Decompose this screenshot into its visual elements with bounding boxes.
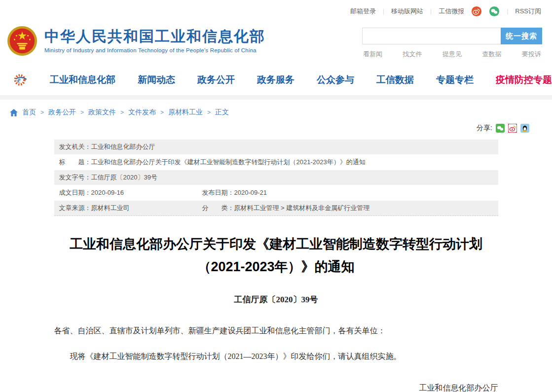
meta-value: 工信厅原〔2020〕39号 <box>91 173 157 182</box>
breadcrumb-home[interactable]: 首页 <box>22 108 36 117</box>
breadcrumb-separator: > <box>40 109 44 116</box>
site-header: 中华人民共和国工业和信息化部 Ministry of Industry and … <box>0 23 552 65</box>
meta-value: 2020-09-16 <box>91 188 124 198</box>
breadcrumb-policy-files[interactable]: 政策文件 <box>88 108 116 117</box>
national-emblem-icon <box>7 26 37 56</box>
rss-link[interactable]: RSS订阅 <box>515 7 541 16</box>
article-title: 工业和信息化部办公厅关于印发《建材工业智能制造数字转型行动计划（2021-202… <box>54 233 498 278</box>
divider: | <box>430 8 432 15</box>
meta-label: 文章来源： <box>59 203 91 213</box>
meta-label: 成文日期： <box>59 188 91 198</box>
breadcrumb: 首页 > 政务公开 > 政策文件 > 文件发布 > 原材料工业 > 正文 <box>0 100 552 121</box>
meta-row-title: 标 题： 工业和信息化部办公厅关于印发《建材工业智能制造数字转型行动计划（202… <box>54 155 498 170</box>
wechat-icon[interactable] <box>489 6 500 17</box>
quick-link-files[interactable]: 找文件 <box>403 50 422 59</box>
meta-value: 工业和信息化部办公厅 <box>91 142 155 152</box>
share-weibo-icon[interactable] <box>508 124 517 133</box>
mobile-site-link[interactable]: 移动版网站 <box>391 7 423 16</box>
search-input[interactable] <box>362 28 501 44</box>
search-area: 统一搜索 看新闻 找文件 提意见 查数据 要投诉 <box>362 23 542 59</box>
breadcrumb-separator: > <box>80 109 84 116</box>
meta-value: 工业和信息化部办公厅关于印发《建材工业智能制造数字转型行动计划（2021-202… <box>91 157 366 167</box>
nav-item-miit[interactable]: 工业和信息化部 <box>50 73 115 86</box>
meta-row-dates: 成文日期： 2020-09-16 发布日期： 2020-09-21 <box>54 185 498 200</box>
nav-item-gov-disclosure[interactable]: 政务公开 <box>197 73 235 86</box>
search-quick-links: 看新闻 找文件 提意见 查数据 要投诉 <box>362 50 542 59</box>
article-body: 工业和信息化部办公厅关于印发《建材工业智能制造数字转型行动计划（2021-202… <box>54 233 498 392</box>
nav-item-news[interactable]: 新闻动态 <box>138 73 175 86</box>
nav-item-public-participation[interactable]: 公众参与 <box>317 73 354 86</box>
divider: | <box>383 8 384 15</box>
quick-link-suggest[interactable]: 提意见 <box>442 50 462 59</box>
breadcrumb-separator: > <box>160 109 164 116</box>
weibo-icon[interactable] <box>471 6 482 17</box>
main-nav: e 工业和信息化部 新闻动态 政务公开 政务服务 公众参与 工信数据 专题专栏 … <box>0 65 552 95</box>
site-branding[interactable]: 中华人民共和国工业和信息化部 Ministry of Industry and … <box>7 23 265 59</box>
share-row: 分享: <box>0 121 552 136</box>
quick-link-complaint[interactable]: 要投诉 <box>522 50 541 59</box>
meta-label: 分 类： <box>202 203 234 213</box>
nav-item-epidemic-topic[interactable]: 疫情防控专题 <box>496 73 552 86</box>
site-subtitle: Ministry of Industry and Information Tec… <box>44 47 265 53</box>
meta-label: 标 题： <box>59 157 91 167</box>
meta-label: 发文字号： <box>59 173 91 182</box>
breadcrumb-separator: > <box>207 109 211 116</box>
unified-search-button[interactable]: 统一搜索 <box>501 28 542 44</box>
top-utility-bar: 邮箱登录 | 移动版网站 | 工信微报 | RSS订阅 <box>0 0 552 23</box>
quick-link-news[interactable]: 看新闻 <box>363 50 382 59</box>
breadcrumb-current-page: 正文 <box>215 108 229 117</box>
meta-value: 原材料工业管理 > 建筑材料及非金属矿行业管理 <box>234 203 370 213</box>
miit-gear-logo-icon: e <box>13 71 28 89</box>
mail-login-link[interactable]: 邮箱登录 <box>350 7 376 16</box>
article-paragraph-recipients: 各省、自治区、直辖市及计划单列市、新疆生产建设兵团工业和信息化主管部门，各有关单… <box>54 325 498 337</box>
site-title-block: 中华人民共和国工业和信息化部 Ministry of Industry and … <box>44 28 265 54</box>
meta-row-doc-number: 发文字号： 工信厅原〔2020〕39号 <box>54 170 498 185</box>
nav-item-data[interactable]: 工信数据 <box>376 73 414 86</box>
share-label: 分享: <box>477 124 492 133</box>
nav-separator-strip <box>0 95 552 100</box>
meta-row-source-category: 文章来源： 原材料工业司 分 类： 原材料工业管理 > 建筑材料及非金属矿行业管… <box>54 201 498 216</box>
share-qq-icon[interactable] <box>520 124 529 133</box>
site-title: 中华人民共和国工业和信息化部 <box>44 28 265 45</box>
meta-value: 2020-09-21 <box>234 188 267 198</box>
meta-value: 原材料工业司 <box>91 203 130 213</box>
article-signature: 工业和信息化部办公厅 <box>54 383 498 392</box>
share-wechat-icon[interactable] <box>496 124 505 133</box>
divider: | <box>507 8 508 15</box>
document-meta-table: 发文机关： 工业和信息化部办公厅 标 题： 工业和信息化部办公厅关于印发《建材工… <box>54 140 498 216</box>
miit-weibo-link[interactable]: 工信微报 <box>439 7 464 16</box>
breadcrumb-gov-disclosure[interactable]: 政务公开 <box>48 108 76 117</box>
article-paragraph-main: 现将《建材工业智能制造数字转型行动计划（2021—2023年）》印发给你们，请认… <box>54 351 498 362</box>
breadcrumb-raw-materials[interactable]: 原材料工业 <box>168 108 203 117</box>
nav-item-special-topics[interactable]: 专题专栏 <box>436 73 474 86</box>
article-doc-number: 工信厅原〔2020〕39号 <box>54 294 498 305</box>
breadcrumb-separator: > <box>120 109 124 116</box>
nav-item-gov-services[interactable]: 政务服务 <box>257 73 294 86</box>
meta-row-issuing-agency: 发文机关： 工业和信息化部办公厅 <box>54 140 498 154</box>
quick-link-data[interactable]: 查数据 <box>482 50 502 59</box>
meta-label: 发文机关： <box>59 142 91 152</box>
breadcrumb-file-release[interactable]: 文件发布 <box>128 108 156 117</box>
home-icon[interactable] <box>10 109 18 116</box>
meta-label: 发布日期： <box>202 188 234 198</box>
